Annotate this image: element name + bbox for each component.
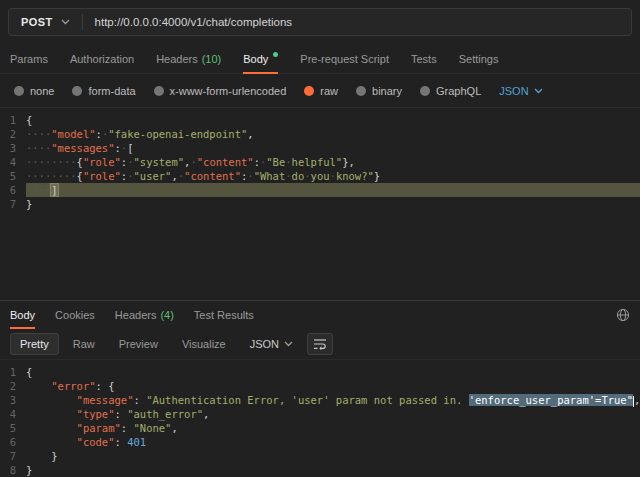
chevron-down-icon <box>61 19 70 25</box>
response-toolbar: Pretty Raw Preview Visualize JSON <box>0 328 640 360</box>
response-headers-count: (4) <box>160 309 173 321</box>
request-language-select[interactable]: JSON <box>499 85 542 97</box>
radio-icon <box>356 86 366 96</box>
tab-authorization[interactable]: Authorization <box>70 44 134 73</box>
code-line[interactable]: 2····"model":·"fake-openai-endpoint", <box>0 127 640 141</box>
line-number: 1 <box>0 365 26 379</box>
response-tab-body[interactable]: Body <box>10 301 35 328</box>
radio-icon <box>154 86 164 96</box>
tab-headers[interactable]: Headers (10) <box>156 44 221 73</box>
method-selector[interactable]: POST <box>9 9 82 35</box>
bodytype-graphql[interactable]: GraphQL <box>420 85 481 97</box>
code-line[interactable]: 8} <box>0 463 640 477</box>
tab-settings[interactable]: Settings <box>459 44 499 73</box>
view-tab-visualize[interactable]: Visualize <box>172 333 236 355</box>
line-number: 6 <box>0 435 26 449</box>
tab-tests[interactable]: Tests <box>411 44 437 73</box>
code-line[interactable]: 6 "code": 401 <box>0 435 640 449</box>
line-number: 3 <box>0 141 26 155</box>
line-number: 7 <box>0 197 26 211</box>
view-tab-raw[interactable]: Raw <box>63 333 105 355</box>
radio-selected-icon <box>304 86 314 96</box>
bodytype-binary[interactable]: binary <box>356 85 402 97</box>
globe-icon[interactable] <box>616 308 630 322</box>
code-line[interactable]: 7} <box>0 197 640 211</box>
code-line[interactable]: 1{ <box>0 113 640 127</box>
line-number: 8 <box>0 463 26 477</box>
request-tabs: Params Authorization Headers (10) Body P… <box>0 44 640 74</box>
chevron-down-icon <box>534 88 543 94</box>
code-line[interactable]: 3 "message": "Authentication Error, 'use… <box>0 393 640 407</box>
code-line[interactable]: 1{ <box>0 365 640 379</box>
headers-count: (10) <box>202 53 222 65</box>
code-line[interactable]: 7 } <box>0 449 640 463</box>
request-url-row: POST http://0.0.0.0:4000/v1/chat/complet… <box>0 0 640 44</box>
line-number: 4 <box>0 155 26 169</box>
tab-pre-request-script[interactable]: Pre-request Script <box>300 44 389 73</box>
body-type-row: none form-data x-www-form-urlencoded raw… <box>0 74 640 108</box>
bodytype-form-data[interactable]: form-data <box>72 85 135 97</box>
url-bar: POST http://0.0.0.0:4000/v1/chat/complet… <box>8 8 632 36</box>
radio-icon <box>14 86 24 96</box>
bodytype-none[interactable]: none <box>14 85 54 97</box>
radio-icon <box>420 86 430 96</box>
bodytype-x-www-form-urlencoded[interactable]: x-www-form-urlencoded <box>154 85 287 97</box>
line-number: 1 <box>0 113 26 127</box>
response-header: Body Cookies Headers (4) Test Results <box>0 300 640 328</box>
tab-params[interactable]: Params <box>10 44 48 73</box>
line-number: 4 <box>0 407 26 421</box>
code-line[interactable]: 5 "param": "None", <box>0 421 640 435</box>
code-line[interactable]: 6····] <box>0 183 640 197</box>
radio-icon <box>72 86 82 96</box>
code-line[interactable]: 5········{"role":·"user",·"content":·"Wh… <box>0 169 640 183</box>
url-input[interactable]: http://0.0.0.0:4000/v1/chat/completions <box>83 16 631 28</box>
method-label: POST <box>21 16 53 28</box>
line-number: 5 <box>0 421 26 435</box>
line-number: 2 <box>0 127 26 141</box>
code-line[interactable]: 2 "error": { <box>0 379 640 393</box>
request-body-editor[interactable]: 1{2····"model":·"fake-openai-endpoint",3… <box>0 108 640 300</box>
line-number: 3 <box>0 393 26 407</box>
line-number: 7 <box>0 449 26 463</box>
response-tab-cookies[interactable]: Cookies <box>55 301 95 328</box>
bodytype-raw[interactable]: raw <box>304 85 338 97</box>
code-line[interactable]: 4 "type": "auth_error", <box>0 407 640 421</box>
response-language-select[interactable]: JSON <box>250 338 293 350</box>
line-number: 6 <box>0 183 26 197</box>
response-tab-test-results[interactable]: Test Results <box>194 301 254 328</box>
chevron-down-icon <box>284 341 293 347</box>
app-window: POST http://0.0.0.0:4000/v1/chat/complet… <box>0 0 640 477</box>
view-tab-pretty[interactable]: Pretty <box>10 333 59 355</box>
tab-body[interactable]: Body <box>243 44 278 73</box>
line-number: 2 <box>0 379 26 393</box>
text-wrap-icon[interactable] <box>307 333 333 355</box>
code-line[interactable]: 3····"messages":·[ <box>0 141 640 155</box>
view-tab-preview[interactable]: Preview <box>109 333 168 355</box>
response-tab-headers[interactable]: Headers (4) <box>115 301 174 328</box>
code-line[interactable]: 4········{"role":·"system",·"content":·"… <box>0 155 640 169</box>
response-body-editor[interactable]: 1{2 "error": {3 "message": "Authenticati… <box>0 360 640 477</box>
body-has-content-dot <box>273 52 278 57</box>
line-number: 5 <box>0 169 26 183</box>
